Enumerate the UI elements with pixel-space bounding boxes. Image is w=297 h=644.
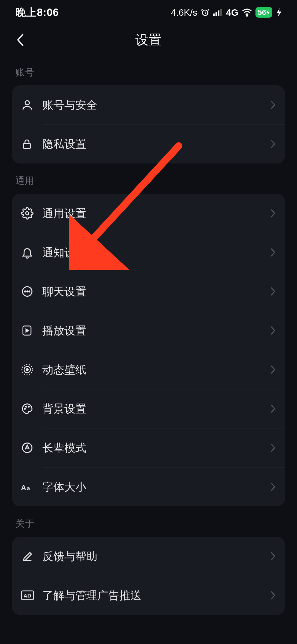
row-label: 播放设置	[42, 323, 270, 338]
gear-icon	[21, 207, 42, 220]
chevron-right-icon	[270, 404, 276, 413]
row-account-security[interactable]: 账号与安全	[12, 85, 285, 124]
charging-icon	[266, 9, 270, 15]
chevron-right-icon	[270, 591, 276, 600]
svg-point-18	[26, 406, 27, 407]
row-notification-settings[interactable]: 通知设置	[12, 233, 285, 272]
row-font-size[interactable]: Aa 字体大小	[12, 467, 285, 506]
svg-rect-2	[216, 12, 217, 16]
row-chat-settings[interactable]: 聊天设置	[12, 272, 285, 311]
chevron-right-icon	[270, 248, 276, 257]
page-title: 设置	[135, 31, 162, 49]
chevron-right-icon	[270, 552, 276, 561]
section-label-about: 关于	[12, 506, 285, 537]
svg-point-19	[28, 406, 29, 407]
row-label: 动态壁纸	[42, 362, 270, 377]
group-account: 账号与安全 隐私设置	[12, 85, 285, 163]
row-privacy[interactable]: 隐私设置	[12, 124, 285, 163]
chevron-right-icon	[270, 482, 276, 492]
row-ad-management[interactable]: AD 了解与管理广告推送	[12, 576, 285, 615]
battery-percent: 56	[258, 8, 266, 17]
chevron-right-icon	[270, 326, 276, 335]
svg-text:AD: AD	[24, 593, 31, 599]
section-label-account: 账号	[12, 55, 285, 85]
row-label: 字体大小	[42, 479, 270, 495]
row-label: 账号与安全	[42, 97, 270, 113]
svg-rect-7	[23, 143, 31, 148]
group-general: 通用设置 通知设置 聊天设置 播放设置	[12, 194, 285, 506]
battery-indicator: 56	[255, 7, 272, 18]
svg-point-17	[24, 408, 25, 409]
font-size-icon: Aa	[21, 481, 42, 492]
svg-rect-4	[220, 9, 222, 16]
row-label: 聊天设置	[42, 284, 270, 299]
svg-point-12	[29, 291, 30, 292]
row-live-wallpaper[interactable]: 动态壁纸	[12, 350, 285, 389]
row-playback-settings[interactable]: 播放设置	[12, 311, 285, 350]
palette-icon	[21, 402, 42, 415]
row-label: 通知设置	[42, 245, 270, 260]
row-label: 长辈模式	[42, 440, 270, 455]
chevron-right-icon	[270, 209, 276, 218]
network-speed: 4.6K/s	[171, 7, 197, 18]
network-type: 4G	[226, 7, 238, 18]
settings-content: 账号 账号与安全 隐私设置 通用 通用设置	[0, 55, 297, 615]
chevron-right-icon	[270, 287, 276, 296]
row-label: 反馈与帮助	[42, 549, 270, 564]
row-label: 通用设置	[42, 206, 270, 221]
row-background-settings[interactable]: 背景设置	[12, 389, 285, 428]
row-label: 隐私设置	[42, 137, 270, 152]
group-about: 反馈与帮助 AD 了解与管理广告推送	[12, 537, 285, 615]
svg-rect-3	[218, 10, 219, 16]
nav-bar: 设置	[0, 25, 297, 55]
status-bar: 晚上8:06 4.6K/s 4G 56	[0, 0, 297, 25]
live-wallpaper-icon	[21, 363, 42, 376]
row-elder-mode[interactable]: 长辈模式	[12, 428, 285, 467]
status-time: 晚上8:06	[15, 6, 59, 20]
row-label: 背景设置	[42, 401, 270, 416]
svg-text:a: a	[27, 485, 30, 491]
play-icon	[21, 324, 42, 337]
svg-point-14	[26, 369, 28, 371]
svg-point-8	[26, 212, 29, 215]
row-general-settings[interactable]: 通用设置	[12, 194, 285, 233]
section-label-general: 通用	[12, 163, 285, 194]
row-label: 了解与管理广告推送	[42, 588, 270, 603]
svg-text:A: A	[21, 484, 26, 492]
wifi-icon	[242, 8, 252, 17]
alarm-icon	[200, 8, 210, 17]
chevron-right-icon	[270, 365, 276, 374]
signal-icon	[213, 9, 222, 16]
ad-icon: AD	[21, 590, 42, 601]
lock-icon	[21, 138, 42, 150]
svg-point-6	[25, 101, 29, 105]
status-indicators: 4.6K/s 4G 56	[171, 7, 282, 18]
chevron-right-icon	[270, 443, 276, 452]
svg-rect-1	[213, 13, 215, 16]
elder-mode-icon	[21, 441, 42, 454]
svg-point-11	[27, 291, 28, 292]
edit-icon	[21, 550, 42, 563]
chat-icon	[21, 285, 42, 298]
user-icon	[21, 99, 42, 111]
svg-point-5	[246, 15, 248, 16]
chevron-right-icon	[270, 100, 276, 110]
bell-icon	[21, 246, 42, 259]
row-feedback-help[interactable]: 反馈与帮助	[12, 537, 285, 576]
chevron-right-icon	[270, 139, 276, 149]
charging-bolt-icon	[277, 8, 282, 17]
svg-point-10	[24, 291, 26, 292]
back-button[interactable]	[12, 32, 29, 48]
